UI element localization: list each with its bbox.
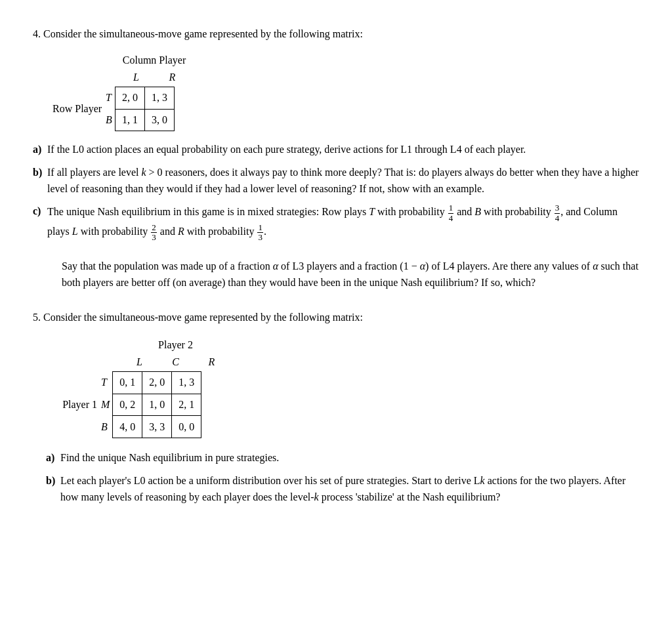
col-header-L: L	[118, 70, 154, 85]
p5-row-label-B: B	[101, 416, 110, 438]
part-5a-text: Find the unique Nash equilibrium in pure…	[60, 450, 279, 466]
row-label-T: T	[106, 87, 112, 109]
part-5b-label: b)	[46, 473, 60, 506]
part-5b: b) Let each player's L0 action be a unif…	[46, 473, 639, 506]
fraction-1-3: 13	[257, 223, 263, 243]
problem-5-parts: a) Find the unique Nash equilibrium in p…	[46, 450, 639, 505]
part-4b: b) If all players are level k > 0 reason…	[33, 165, 639, 197]
p5-M-L: 0, 2	[113, 394, 142, 416]
problem-4-intro: Consider the simultaneous-move game repr…	[43, 28, 363, 39]
part-4a-label: a)	[33, 142, 47, 158]
p5-B-C: 3, 3	[142, 416, 172, 438]
part-4c-subtext: Say that the population was made up of a…	[62, 258, 639, 291]
part-5a-label: a)	[46, 450, 60, 466]
part-5a: a) Find the unique Nash equilibrium in p…	[46, 450, 639, 466]
p5-game-table: 0, 1 2, 0 1, 3 0, 2 1, 0 2, 1 4, 0 3, 3 …	[112, 371, 201, 438]
part-4a: a) If the L0 action places an equal prob…	[33, 142, 639, 158]
problem-4-matrix-rebuilt: Column Player L R Row Player T B 2, 0 1,…	[52, 52, 639, 131]
part-4c-text: The unique Nash equilibrium in this game…	[47, 203, 639, 291]
p5-col-C: C	[158, 354, 194, 370]
p5-col-R: R	[194, 354, 230, 370]
p5-row-label-M: M	[101, 394, 110, 416]
player1-label: Player 1	[52, 371, 97, 438]
player2-label: Player 2	[121, 337, 230, 353]
p4-row-B: 1, 1 3, 0	[115, 109, 174, 131]
p5-row-B: 4, 0 3, 3 0, 0	[113, 416, 201, 438]
part-4c: c) The unique Nash equilibrium in this g…	[33, 203, 639, 291]
p5-row-T: 0, 1 2, 0 1, 3	[113, 371, 201, 394]
problem-4-number: 4.	[33, 28, 41, 39]
p4-game-table: 2, 0 1, 3 1, 1 3, 0	[115, 87, 175, 131]
fraction-2-3: 23	[151, 223, 157, 243]
p5-T-L: 0, 1	[113, 371, 142, 394]
p5-M-R: 2, 1	[172, 394, 201, 416]
part-4a-text: If the L0 action places an equal probabi…	[47, 142, 526, 158]
p4-B-R: 3, 0	[144, 109, 174, 131]
problem-5-number: 5.	[33, 312, 41, 323]
p5-T-R: 1, 3	[172, 371, 201, 394]
p4-row-T: 2, 0 1, 3	[115, 87, 174, 110]
p5-col-L: L	[121, 354, 158, 370]
p4-T-R: 1, 3	[144, 87, 174, 110]
p5-B-L: 4, 0	[113, 416, 142, 438]
fraction-3-4: 34	[555, 203, 560, 223]
row-player-label: Row Player	[52, 87, 102, 131]
part-4c-label: c)	[33, 203, 47, 291]
p4-T-L: 2, 0	[115, 87, 144, 110]
row-label-B: B	[106, 109, 112, 131]
p5-T-C: 2, 0	[142, 371, 172, 394]
p5-row-label-T: T	[101, 371, 110, 394]
col-header-R: R	[154, 70, 190, 85]
problem-5: 5. Consider the simultaneous-move game r…	[33, 310, 639, 505]
fraction-1-4: 14	[448, 203, 454, 223]
p4-B-L: 1, 1	[115, 109, 144, 131]
part-4b-text: If all players are level k > 0 reasoners…	[47, 165, 639, 197]
part-4b-label: b)	[33, 165, 47, 197]
col-player-label: Column Player	[118, 52, 190, 68]
problem-5-intro: Consider the simultaneous-move game repr…	[43, 312, 363, 323]
problem-5-matrix-rebuilt: Player 2 L C R Player 1 T M B 0, 1 2, 0 …	[52, 337, 639, 438]
p5-B-R: 0, 0	[172, 416, 201, 438]
p5-row-M: 0, 2 1, 0 2, 1	[113, 394, 201, 416]
part-5b-text: Let each player's L0 action be a uniform…	[60, 473, 639, 506]
p5-M-C: 1, 0	[142, 394, 172, 416]
problem-4: 4. Consider the simultaneous-move game r…	[33, 26, 639, 291]
